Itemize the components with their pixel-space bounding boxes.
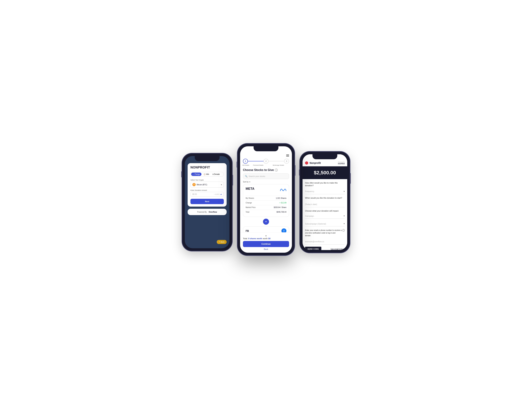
- send-row: SEND CODE Use email instead: [305, 247, 345, 250]
- crypto-select[interactable]: ₿ Bitcoin (BTC) ▾: [190, 182, 224, 188]
- phone1-main-card: NONPROFIT ✓ Pledge 📋 Info $: [188, 163, 227, 207]
- add-stock-button[interactable]: +: [240, 219, 292, 225]
- stepper: 1 2 3: [240, 157, 292, 164]
- chevron-down-icon: ▾: [221, 184, 222, 186]
- market-price-row: Market Price $333.64 / Share: [246, 205, 286, 210]
- step-2: 2: [264, 159, 268, 164]
- phone1-screen: NONPROFIT ✓ Pledge 📋 Info $: [185, 156, 229, 248]
- collapse-button[interactable]: ▴: [243, 234, 289, 237]
- campaign-dropdown[interactable]: Campaign ▾: [305, 213, 345, 219]
- next-button[interactable]: Next: [190, 199, 224, 204]
- sort-by[interactable]: Sort by ▾: [240, 181, 292, 184]
- help-icon: ?: [219, 241, 220, 243]
- add-circle-icon: +: [263, 219, 269, 225]
- help-button[interactable]: ? Aiuto: [217, 240, 227, 244]
- btc-icon: ₿: [192, 183, 196, 186]
- step-3: 3: [284, 159, 289, 164]
- nonprofit-name: Nonprofit: [310, 162, 321, 165]
- step-line-2: [268, 161, 284, 161]
- chevron-down-icon: ▾: [344, 222, 345, 225]
- date-input[interactable]: [Today's date]: [305, 201, 345, 207]
- email-note: Enter your email or phone number to rece…: [305, 229, 345, 237]
- phone-right: Nonprofit Powered By Overflow $2,500.00 …: [300, 152, 350, 253]
- search-icon: 🔍: [245, 175, 247, 177]
- step-line-1: [248, 161, 264, 161]
- stock-name-fb: FB: [246, 229, 249, 232]
- stock-card-meta: META Meta My Shares 1,321 Shares: [243, 184, 289, 217]
- notch-right: [312, 154, 337, 159]
- nonprofit-dot: [305, 161, 308, 165]
- phone1-title: NONPROFIT: [190, 166, 224, 169]
- step2-label: Personal Details: [251, 165, 265, 166]
- amount-label: Enter Donation Amount: [190, 189, 224, 191]
- send-code-button[interactable]: SEND CODE: [305, 247, 321, 250]
- notch-center: [253, 146, 279, 151]
- meta-logo: Meta: [280, 187, 286, 193]
- impact-label: Choose what your donation will impact:: [305, 210, 345, 212]
- step-1: 1: [243, 159, 248, 164]
- continue-button[interactable]: Continue: [243, 241, 289, 247]
- select-label: Select Your Crypto: [190, 179, 224, 181]
- info-circle-icon[interactable]: i: [275, 169, 278, 171]
- stock-name-meta: META: [246, 187, 254, 191]
- email-input[interactable]: example@overflow.co: [305, 238, 345, 245]
- tab-pledge[interactable]: ✓ Pledge: [191, 172, 202, 176]
- tab-info[interactable]: 📋 Info: [202, 172, 210, 176]
- overflow-logo-right: Overflow: [338, 163, 345, 165]
- chevron-down-icon: ▾: [249, 181, 250, 183]
- info-icon: 📋: [203, 173, 206, 175]
- subcampaign-dropdown[interactable]: Subcampaign (Optional) ▾: [305, 221, 345, 227]
- powered-by-card: Powered By Overflow: [188, 209, 227, 215]
- frequency-dropdown[interactable]: Frequency ▾: [305, 189, 345, 194]
- bottom-bar: ▴ Total: 0 shares worth worth $0 Continu…: [240, 232, 292, 253]
- menu-bar: [240, 153, 292, 157]
- amount-banner: $2,500.00: [303, 166, 347, 179]
- help-circle-icon: ?: [342, 229, 345, 232]
- phone-left: NONPROFIT ✓ Pledge 📋 Info $: [182, 154, 232, 251]
- phone3-body: How often would you like to make this do…: [303, 179, 347, 250]
- frequency-question: How often would you like to make this do…: [305, 182, 345, 187]
- change-row: Change + $12.89: [246, 200, 286, 205]
- svg-text:Meta: Meta: [281, 192, 285, 192]
- search-bar[interactable]: 🔍 Search your stocks: [243, 173, 289, 179]
- scene: NONPROFIT ✓ Pledge 📋 Info $: [175, 133, 357, 266]
- overflow-logo: Overflow: [209, 211, 217, 213]
- back-button[interactable]: Back: [243, 248, 289, 250]
- donation-amount: $2,500.00: [314, 170, 336, 176]
- notch-left: [195, 156, 220, 161]
- tab-donate[interactable]: $ Donate: [211, 172, 221, 176]
- phone-center: 1 2 3 Gift Details Personal Details Brok…: [238, 144, 294, 255]
- shares-row: My Shares 1,321 Shares: [246, 196, 286, 200]
- choose-stocks-heading: Choose Stocks to Give i: [240, 166, 292, 172]
- chevron-down-icon: ▾: [344, 190, 345, 193]
- amount-input[interactable]: $0.00 ~ 0 BTC ⇄: [190, 192, 224, 197]
- phone2-screen: 1 2 3 Gift Details Personal Details Brok…: [240, 146, 292, 253]
- date-question: When would you like this donation to sta…: [305, 197, 345, 199]
- hamburger-menu[interactable]: [286, 154, 289, 157]
- phone3-screen: Nonprofit Powered By Overflow $2,500.00 …: [303, 154, 347, 250]
- total-row: Total $440,738.44: [246, 210, 286, 214]
- step1-label: Gift Details: [241, 165, 251, 166]
- use-email-link[interactable]: Use email instead: [331, 248, 345, 250]
- pledge-icon: ✓: [193, 173, 194, 175]
- chevron-down-icon: ▾: [344, 215, 345, 217]
- exchange-icon: ⇄: [221, 193, 222, 195]
- phone1-tabs: ✓ Pledge 📋 Info $ Donate: [190, 172, 224, 177]
- donate-icon: $: [213, 173, 214, 175]
- step3-label: Brokerage Details: [265, 165, 291, 166]
